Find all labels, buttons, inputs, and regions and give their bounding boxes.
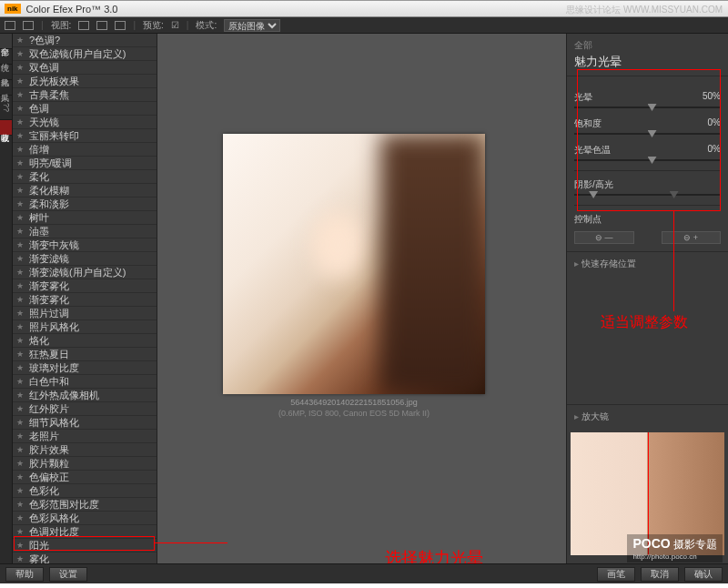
star-icon: ★ [16,361,25,375]
save-preset-section[interactable]: 快速存储位置 [567,251,728,276]
filter-item[interactable]: ★渐变雾化 [13,279,157,293]
vtab-1[interactable]: 传统 [0,49,12,65]
star-icon: ★ [16,457,25,471]
filter-item[interactable]: ★色彩范围对比度 [13,498,157,512]
filter-label: 双色调 [29,61,59,75]
filter-item[interactable]: ★胶片颗粒 [13,457,157,471]
star-icon: ★ [16,430,25,443]
filter-item[interactable]: ★白色中和 [13,375,157,389]
filter-item[interactable]: ★红外热成像相机 [13,389,157,402]
view-icon-3[interactable] [115,21,126,30]
filter-label: 烙化 [29,334,49,348]
preview-check[interactable]: ☑ [171,20,179,30]
image-meta: (0.6MP, ISO 800, Canon EOS 5D Mark II) [223,409,485,418]
filter-label: 照片风格化 [29,320,79,334]
filter-item[interactable]: ★渐变中灰镜 [13,238,157,252]
star-icon: ★ [16,198,25,211]
filter-item[interactable]: ★色调 [13,102,157,116]
star-icon: ★ [16,61,25,75]
filter-label: 胶片颗粒 [29,457,69,471]
filter-item[interactable]: ★色偏校正 [13,471,157,484]
ctrl-label: 控制点 [574,213,602,226]
filter-item[interactable]: ★?色调? [13,34,157,47]
ok-button[interactable]: 确认 [684,567,723,582]
filter-label: 狂热夏日 [29,348,69,361]
filter-item[interactable]: ★宝丽来转印 [13,129,157,143]
star-icon: ★ [16,157,25,170]
filter-item[interactable]: ★柔化模糊 [13,184,157,198]
star-icon: ★ [16,471,25,484]
filter-item[interactable]: ★渐变滤镜 [13,252,157,266]
filter-item[interactable]: ★明亮/暖调 [13,157,157,170]
filter-label: 油墨 [29,225,49,238]
mode-label: 模式: [196,19,217,32]
view-label: 视图: [51,19,72,32]
filter-item[interactable]: ★倍增 [13,143,157,157]
view-icon-2[interactable] [96,21,107,30]
star-icon: ★ [16,143,25,157]
filter-item[interactable]: ★胶片效果 [13,443,157,457]
help-button[interactable]: 帮助 [5,567,44,582]
preview-label: 预览: [143,19,164,32]
mode-select[interactable]: 原始图像 [224,19,280,32]
filter-item[interactable]: ★树叶 [13,211,157,225]
filter-item[interactable]: ★红外胶片 [13,402,157,416]
ctrl-minus-button[interactable]: ⊖ — [574,231,634,244]
settings-button[interactable]: 设置 [49,567,87,582]
star-icon: ★ [16,443,25,457]
layout-icon-2[interactable] [23,21,34,30]
filter-label: 渐变滤镜(用户自定义) [29,266,126,279]
filter-item[interactable]: ★油墨 [13,225,157,238]
filter-item[interactable]: ★反光板效果 [13,75,157,88]
vtab-2[interactable]: 风格化 [0,65,12,80]
filter-item[interactable]: ★柔和淡影 [13,198,157,211]
vtab-5[interactable]: 收藏 [0,120,12,136]
filter-item[interactable]: ★雾化 [13,553,157,563]
vtab-0[interactable]: 全部 [0,34,12,49]
annotation-highlight-box-2 [577,69,721,211]
filter-item[interactable]: ★双色滤镜(用户自定义) [13,47,157,61]
filter-label: 照片过调 [29,307,69,320]
star-icon: ★ [16,34,25,47]
filter-item[interactable]: ★照片过调 [13,307,157,320]
annotation-connector-1 [155,542,228,543]
brush-button[interactable]: 画笔 [597,567,635,582]
image-filename: 5644364920140222151851056.jpg [223,398,485,407]
vendor-logo: nik [5,4,21,14]
annotation-connector-2 [673,211,674,311]
vtab-3[interactable]: 风采 [0,80,12,96]
layout-icon-1[interactable] [5,21,15,30]
filter-item[interactable]: ★照片风格化 [13,320,157,334]
filter-item[interactable]: ★细节风格化 [13,416,157,430]
vtab-4[interactable]: ?? [0,96,12,120]
magnifier-section[interactable]: 放大镜 [567,404,728,429]
ctrl-plus-button[interactable]: ⊖ + [662,231,722,244]
filter-item[interactable]: ★烙化 [13,334,157,348]
filter-item[interactable]: ★古典柔焦 [13,88,157,102]
footer-bar: 帮助 设置 画笔 取消 确认 [0,563,728,583]
filter-item[interactable]: ★双色调 [13,61,157,75]
star-icon: ★ [16,389,25,402]
filter-label: 天光镜 [29,116,59,129]
filter-item[interactable]: ★色彩风格化 [13,512,157,525]
annotation-adjust-params: 适当调整参数 [601,313,688,332]
filter-label: 红外热成像相机 [29,389,99,402]
filter-item[interactable]: ★狂热夏日 [13,348,157,361]
filter-label: 玻璃对比度 [29,361,79,375]
filter-item[interactable]: ★渐变雾化 [13,293,157,307]
cancel-button[interactable]: 取消 [641,567,679,582]
star-icon: ★ [16,184,25,198]
filter-item[interactable]: ★老照片 [13,430,157,443]
canvas-area: 5644364920140222151851056.jpg (0.6MP, IS… [157,34,566,563]
filter-item[interactable]: ★柔化 [13,170,157,184]
vertical-tabs: 全部传统风格化风采??收藏 [0,34,13,563]
filter-item[interactable]: ★玻璃对比度 [13,361,157,375]
filter-item[interactable]: ★渐变滤镜(用户自定义) [13,266,157,279]
filter-item[interactable]: ★天光镜 [13,116,157,129]
filter-label: 色偏校正 [29,471,69,484]
filter-item[interactable]: ★色彩化 [13,484,157,498]
filter-label: 柔化模糊 [29,184,69,198]
filter-label: 古典柔焦 [29,88,69,102]
star-icon: ★ [16,334,25,348]
view-icon-1[interactable] [78,21,89,30]
